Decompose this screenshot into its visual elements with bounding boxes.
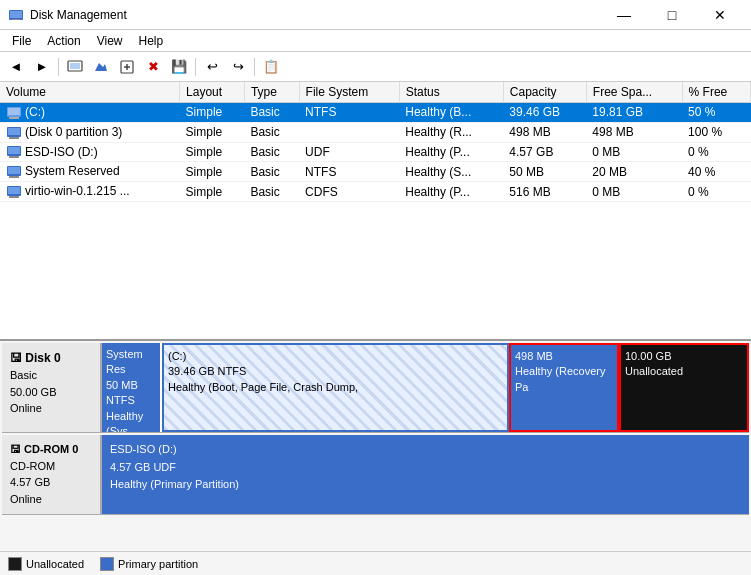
- c-name: (C:): [168, 349, 503, 364]
- cell-type: Basic: [244, 103, 299, 123]
- svg-rect-19: [9, 176, 19, 178]
- col-filesystem[interactable]: File System: [299, 82, 399, 103]
- table-row[interactable]: System ReservedSimpleBasicNTFSHealthy (S…: [0, 162, 751, 182]
- cdrom-0-partitions: ESD-ISO (D:) 4.57 GB UDF Healthy (Primar…: [102, 435, 749, 514]
- unallocated-label: Unallocated: [625, 364, 743, 379]
- delete-button[interactable]: ✖: [141, 55, 165, 79]
- svg-rect-2: [12, 19, 20, 20]
- toolbar-btn-5[interactable]: [115, 55, 139, 79]
- back-button[interactable]: ◄: [4, 55, 28, 79]
- cell-capacity: 50 MB: [503, 162, 586, 182]
- col-volume[interactable]: Volume: [0, 82, 180, 103]
- cell-freespace: 0 MB: [586, 182, 682, 202]
- cell-volume: System Reserved: [0, 162, 180, 182]
- minimize-button[interactable]: —: [601, 0, 647, 30]
- cell-capacity: 4.57 GB: [503, 142, 586, 162]
- volume-table-area: Volume Layout Type File System Status Ca…: [0, 82, 751, 341]
- legend-primary-label: Primary partition: [118, 558, 198, 570]
- menu-file[interactable]: File: [4, 32, 39, 50]
- table-row[interactable]: ESD-ISO (D:)SimpleBasicUDFHealthy (P...4…: [0, 142, 751, 162]
- cdrom-0-row: 🖫 CD-ROM 0 CD-ROM 4.57 GB Online ESD-ISO…: [2, 435, 749, 515]
- legend-primary: Primary partition: [100, 557, 198, 571]
- cdrom-0-size: 4.57 GB: [10, 476, 50, 488]
- cell-layout: Simple: [180, 142, 245, 162]
- svg-rect-22: [9, 196, 19, 198]
- cell-status: Healthy (P...: [399, 142, 503, 162]
- properties-button[interactable]: 📋: [259, 55, 283, 79]
- col-freespace[interactable]: Free Spa...: [586, 82, 682, 103]
- legend-primary-box: [100, 557, 114, 571]
- legend-unalloc-label: Unallocated: [26, 558, 84, 570]
- disk-0-row: 🖫 Disk 0 Basic 50.00 GB Online System Re…: [2, 343, 749, 433]
- cell-volume: ESD-ISO (D:): [0, 142, 180, 162]
- table-row[interactable]: (Disk 0 partition 3)SimpleBasicHealthy (…: [0, 122, 751, 142]
- c-partition[interactable]: (C:) 39.46 GB NTFS Healthy (Boot, Page F…: [162, 343, 509, 432]
- unallocated-partition[interactable]: 10.00 GB Unallocated: [619, 343, 749, 432]
- cell-type: Basic: [244, 182, 299, 202]
- c-size: 39.46 GB NTFS: [168, 364, 503, 379]
- recovery-size: 498 MB: [515, 349, 613, 364]
- cell-filesystem: CDFS: [299, 182, 399, 202]
- recovery-status: Healthy (Recovery Pa: [515, 364, 613, 395]
- save-button[interactable]: 💾: [167, 55, 191, 79]
- svg-rect-12: [8, 128, 20, 135]
- disk-0-type: Basic: [10, 369, 37, 381]
- unallocated-size: 10.00 GB: [625, 349, 743, 364]
- disk-0-status: Online: [10, 402, 42, 414]
- col-type[interactable]: Type: [244, 82, 299, 103]
- cdrom-0-type: CD-ROM: [10, 460, 55, 472]
- menu-bar: File Action View Help: [0, 30, 751, 52]
- cell-freespace: 20 MB: [586, 162, 682, 182]
- toolbar-btn-4[interactable]: [89, 55, 113, 79]
- cdrom-0-label: 🖫 CD-ROM 0 CD-ROM 4.57 GB Online: [2, 435, 102, 514]
- recovery-partition[interactable]: 498 MB Healthy (Recovery Pa: [509, 343, 619, 432]
- cell-pctfree: 100 %: [682, 122, 750, 142]
- col-pctfree[interactable]: % Free: [682, 82, 750, 103]
- cell-type: Basic: [244, 142, 299, 162]
- cell-pctfree: 50 %: [682, 103, 750, 123]
- close-button[interactable]: ✕: [697, 0, 743, 30]
- disk-0-name: 🖫 Disk 0: [10, 351, 61, 365]
- menu-help[interactable]: Help: [131, 32, 172, 50]
- disk-0-label: 🖫 Disk 0 Basic 50.00 GB Online: [2, 343, 102, 432]
- title-bar: Disk Management — □ ✕: [0, 0, 751, 30]
- cell-status: Healthy (P...: [399, 182, 503, 202]
- redo-button[interactable]: ↪: [226, 55, 250, 79]
- col-capacity[interactable]: Capacity: [503, 82, 586, 103]
- maximize-button[interactable]: □: [649, 0, 695, 30]
- cell-capacity: 516 MB: [503, 182, 586, 202]
- undo-button[interactable]: ↩: [200, 55, 224, 79]
- table-row[interactable]: (C:)SimpleBasicNTFSHealthy (B...39.46 GB…: [0, 103, 751, 123]
- svg-rect-16: [9, 156, 19, 158]
- menu-view[interactable]: View: [89, 32, 131, 50]
- system-res-status: Healthy (Sys: [106, 409, 156, 432]
- table-row[interactable]: virtio-win-0.1.215 ...SimpleBasicCDFSHea…: [0, 182, 751, 202]
- legend-unallocated: Unallocated: [8, 557, 84, 571]
- cell-pctfree: 40 %: [682, 162, 750, 182]
- forward-button[interactable]: ►: [30, 55, 54, 79]
- svg-rect-4: [70, 63, 80, 69]
- cell-pctfree: 0 %: [682, 142, 750, 162]
- legend-unalloc-box: [8, 557, 22, 571]
- svg-rect-21: [8, 187, 20, 194]
- cell-volume: virtio-win-0.1.215 ...: [0, 182, 180, 202]
- col-layout[interactable]: Layout: [180, 82, 245, 103]
- svg-rect-15: [8, 147, 20, 154]
- window-title: Disk Management: [30, 8, 127, 22]
- legend: Unallocated Primary partition: [0, 551, 751, 575]
- toolbar-btn-3[interactable]: [63, 55, 87, 79]
- col-status[interactable]: Status: [399, 82, 503, 103]
- menu-action[interactable]: Action: [39, 32, 88, 50]
- svg-rect-13: [9, 137, 19, 139]
- system-res-partition[interactable]: System Res 50 MB NTFS Healthy (Sys: [102, 343, 162, 432]
- svg-rect-1: [10, 11, 22, 18]
- svg-rect-10: [9, 117, 19, 119]
- esd-iso-partition[interactable]: ESD-ISO (D:) 4.57 GB UDF Healthy (Primar…: [102, 435, 749, 514]
- cell-freespace: 19.81 GB: [586, 103, 682, 123]
- cell-status: Healthy (B...: [399, 103, 503, 123]
- cell-filesystem: NTFS: [299, 103, 399, 123]
- esd-iso-status: Healthy (Primary Partition): [110, 476, 741, 494]
- cell-layout: Simple: [180, 182, 245, 202]
- cell-filesystem: [299, 122, 399, 142]
- cell-status: Healthy (S...: [399, 162, 503, 182]
